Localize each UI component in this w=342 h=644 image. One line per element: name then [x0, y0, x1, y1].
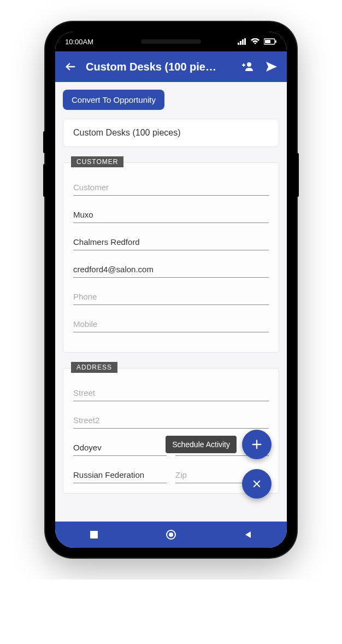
fab-add-button[interactable]: [242, 430, 272, 459]
contact-field[interactable]: [73, 233, 269, 250]
status-icons: [238, 38, 277, 45]
side-button: [43, 164, 45, 197]
battery-icon: [264, 38, 277, 45]
svg-rect-2: [242, 39, 244, 45]
person-add-icon: [241, 60, 254, 73]
send-icon: [265, 60, 278, 73]
email-field[interactable]: [73, 260, 269, 278]
svg-rect-0: [238, 43, 239, 45]
nav-home-button[interactable]: [160, 524, 182, 546]
back-button[interactable]: [62, 58, 79, 75]
svg-rect-6: [275, 40, 276, 43]
convert-button[interactable]: Convert To Opportunity: [63, 90, 164, 110]
city-field[interactable]: [73, 438, 167, 456]
nav-bar: [55, 522, 287, 548]
side-button: [297, 153, 299, 197]
status-time: 10:00AM: [65, 38, 93, 46]
nav-back-button[interactable]: [237, 524, 259, 546]
triangle-left-icon: [244, 531, 252, 538]
close-icon: [252, 479, 262, 489]
street2-field[interactable]: [73, 411, 269, 429]
customer-field[interactable]: [73, 178, 269, 196]
wifi-icon: [251, 38, 260, 45]
send-button[interactable]: [263, 58, 280, 75]
arrow-left-icon: [64, 61, 76, 73]
circle-icon: [166, 530, 176, 540]
phone-field[interactable]: [73, 288, 269, 305]
customer-section: CUSTOMER: [63, 162, 279, 353]
street-field[interactable]: [73, 384, 269, 401]
square-icon: [90, 531, 98, 538]
svg-rect-15: [90, 531, 98, 538]
fab-schedule-label: Schedule Activity: [166, 436, 237, 453]
svg-rect-3: [244, 38, 246, 45]
fab-schedule-row: Schedule Activity: [166, 430, 272, 459]
svg-rect-1: [240, 41, 241, 45]
nav-recent-button[interactable]: [83, 524, 105, 546]
plus-icon: [251, 438, 263, 450]
speaker-grille: [141, 39, 201, 44]
phone-frame: 10:00AM Custom Desks (100 pie… Convert: [45, 22, 297, 558]
mobile-field[interactable]: [73, 315, 269, 332]
add-user-button[interactable]: [239, 58, 256, 75]
screen: 10:00AM Custom Desks (100 pie… Convert: [55, 32, 287, 548]
page-title: Custom Desks (100 pie…: [86, 61, 232, 73]
status-bar: 10:00AM: [55, 32, 287, 51]
svg-point-10: [247, 62, 251, 67]
record-title-card: Custom Desks (100 pieces): [63, 119, 279, 147]
app-bar: Custom Desks (100 pie…: [55, 51, 287, 82]
customer-section-label: CUSTOMER: [71, 156, 123, 167]
side-button: [43, 131, 45, 153]
country-field[interactable]: [73, 466, 167, 483]
svg-rect-5: [265, 40, 270, 43]
svg-point-17: [169, 532, 173, 537]
fab-container: Schedule Activity: [166, 430, 272, 499]
fab-close-button[interactable]: [242, 469, 272, 499]
company-field[interactable]: [73, 206, 269, 223]
signal-icon: [238, 38, 246, 45]
address-section-label: ADDRESS: [71, 362, 117, 373]
